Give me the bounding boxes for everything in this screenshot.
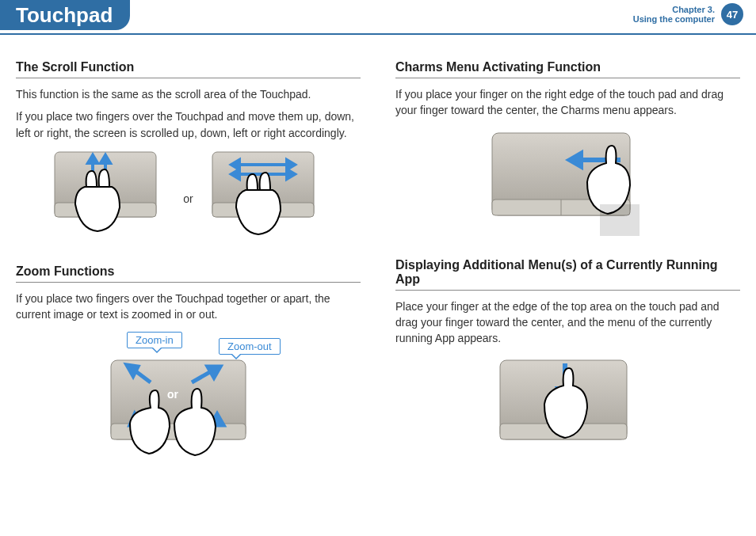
appmenu-paragraph-1: Place your finger at the edge of the top… bbox=[395, 298, 740, 347]
touchpad-charms-swipe-icon bbox=[481, 125, 655, 244]
charms-paragraph-1: If you place your finger on the right ed… bbox=[395, 86, 740, 119]
right-column: Charms Menu Activating Function If you p… bbox=[395, 57, 740, 523]
left-column: The Scroll Function This function is the… bbox=[16, 57, 361, 523]
page-title: Touchpad bbox=[0, 0, 130, 30]
zoom-out-label: Zoom-out bbox=[227, 340, 272, 352]
appmenu-figure bbox=[395, 352, 740, 471]
page-header: Touchpad Chapter 3. Using the computer 4… bbox=[0, 0, 756, 36]
chapter-label: Chapter 3. Using the computer 47 bbox=[633, 5, 715, 24]
section-title-charms: Charms Menu Activating Function bbox=[395, 60, 740, 78]
zoom-paragraph-1: If you place two fingers over the Touchp… bbox=[16, 291, 361, 323]
svg-rect-36 bbox=[600, 204, 640, 236]
zoom-in-label: Zoom-in bbox=[136, 334, 174, 346]
section-title-scroll: The Scroll Function bbox=[16, 60, 361, 78]
charms-figure bbox=[395, 125, 740, 244]
touchpad-scroll-horizontal-icon bbox=[208, 147, 326, 250]
scroll-paragraph-2: If you place two fingers over the Touchp… bbox=[16, 108, 361, 141]
scroll-or-label: or bbox=[183, 192, 193, 205]
touchpad-scroll-vertical-icon bbox=[50, 147, 169, 250]
manual-page: Touchpad Chapter 3. Using the computer 4… bbox=[0, 0, 756, 536]
zoom-figure: Zoom-in Zoom-out bbox=[16, 329, 361, 479]
scroll-figure-row: or bbox=[16, 147, 361, 250]
zoom-in-callout: Zoom-in bbox=[127, 332, 182, 348]
chapter-line-2: Using the computer bbox=[633, 14, 715, 24]
section-title-appmenu: Displaying Additional Menu(s) of a Curre… bbox=[395, 258, 740, 291]
touchpad-top-swipe-icon bbox=[489, 352, 647, 471]
header-rule bbox=[0, 33, 756, 35]
touchpad-zoom-icon: or bbox=[103, 352, 293, 495]
zoom-or-overlay: or bbox=[167, 388, 179, 401]
scroll-paragraph-1: This function is the same as the scroll … bbox=[16, 86, 361, 102]
section-title-zoom: Zoom Functions bbox=[16, 264, 361, 283]
content-columns: The Scroll Function This function is the… bbox=[16, 57, 740, 523]
page-number-badge: 47 bbox=[721, 3, 743, 25]
chapter-line-1: Chapter 3. bbox=[633, 5, 715, 14]
